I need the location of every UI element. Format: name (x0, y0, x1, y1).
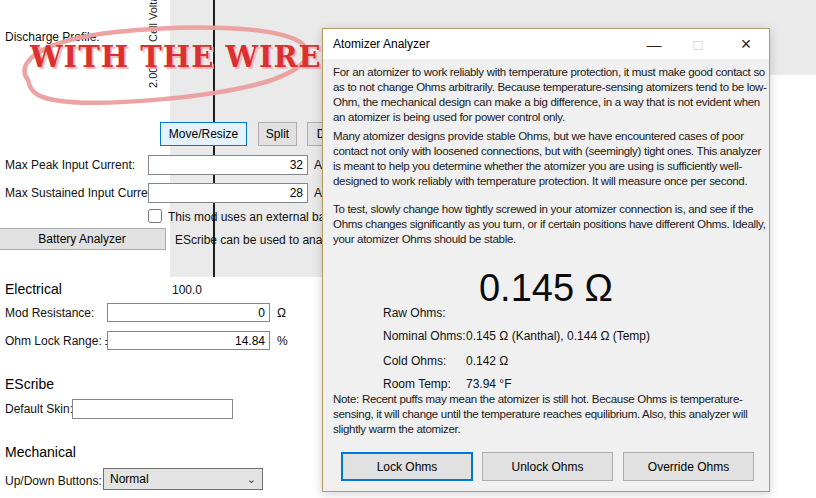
minimize-button[interactable]: — (639, 32, 669, 56)
raw-ohms-label: Raw Ohms: (383, 306, 446, 320)
electrical-section-title: Electrical (5, 281, 62, 297)
dialog-paragraph-2: Many atomizer designs provide stable Ohm… (333, 129, 769, 189)
lock-ohms-button[interactable]: Lock Ohms (341, 452, 473, 481)
ohm-lock-range-unit: % (277, 334, 288, 348)
max-sustained-unit: A (314, 186, 322, 200)
close-icon: × (741, 34, 752, 55)
battery-analyzer-button[interactable]: Battery Analyzer (0, 228, 166, 250)
nominal-ohms-label: Nominal Ohms: (383, 329, 466, 343)
dialog-title: Atomizer Analyzer (333, 37, 430, 51)
default-skin-input[interactable] (72, 399, 233, 419)
nominal-ohms-value: 0.145 Ω (Kanthal), 0.144 Ω (Temp) (466, 329, 650, 343)
ohm-lock-range-label: Ohm Lock Range: ± (5, 334, 112, 348)
close-button[interactable]: × (731, 32, 761, 56)
max-peak-input[interactable] (148, 155, 308, 175)
updown-buttons-label: Up/Down Buttons: (5, 474, 102, 488)
raw-ohms-reading: 0.145 Ω (323, 267, 769, 310)
default-skin-label: Default Skin: (5, 402, 73, 416)
dialog-note: Note: Recent puffs may mean the atomizer… (333, 392, 769, 437)
updown-buttons-select[interactable]: Normal ⌄ (103, 468, 263, 490)
external-battery-checkbox[interactable] (148, 209, 162, 223)
mod-resistance-input[interactable] (107, 303, 270, 322)
dialog-titlebar[interactable]: Atomizer Analyzer — □ × (323, 29, 769, 59)
mechanical-section-title: Mechanical (5, 444, 76, 460)
mod-resistance-unit: Ω (277, 306, 286, 320)
unlock-ohms-button[interactable]: Unlock Ohms (482, 452, 613, 481)
move-resize-button[interactable]: Move/Resize (160, 122, 247, 146)
max-peak-unit: A (314, 158, 322, 172)
mod-resistance-label: Mod Resistance: (5, 306, 94, 320)
escribe-window: Cell Volta 2.00 100.0 Discharge Profile:… (0, 0, 816, 498)
maximize-icon: □ (693, 36, 702, 53)
annotation-text: WITH THE WIRE (30, 40, 322, 74)
override-ohms-button[interactable]: Override Ohms (623, 452, 754, 481)
cold-ohms-value: 0.142 Ω (466, 354, 508, 368)
ohm-lock-range-input[interactable] (107, 331, 270, 350)
dialog-paragraph-3: To test, slowly change how tightly screw… (333, 202, 769, 247)
escribe-section-title: EScribe (5, 376, 54, 392)
split-button[interactable]: Split (258, 122, 297, 146)
minimize-icon: — (647, 36, 662, 53)
chevron-down-icon: ⌄ (247, 473, 256, 486)
room-temp-label: Room Temp: (383, 377, 451, 391)
battery-analyzer-hint: EScribe can be used to analyze (175, 233, 344, 247)
maximize-button[interactable]: □ (683, 32, 713, 56)
updown-buttons-value: Normal (110, 472, 149, 486)
max-peak-label: Max Peak Input Current: (5, 158, 135, 172)
dialog-paragraph-1: For an atomizer to work reliably with te… (333, 65, 769, 125)
room-temp-value: 73.94 °F (466, 377, 512, 391)
max-sustained-input[interactable] (148, 183, 308, 203)
atomizer-analyzer-dialog: Atomizer Analyzer — □ × For an atomizer … (322, 28, 770, 492)
cold-ohms-label: Cold Ohms: (383, 354, 446, 368)
x-axis-tick: 100.0 (172, 283, 202, 297)
max-sustained-label: Max Sustained Input Current: (5, 186, 161, 200)
